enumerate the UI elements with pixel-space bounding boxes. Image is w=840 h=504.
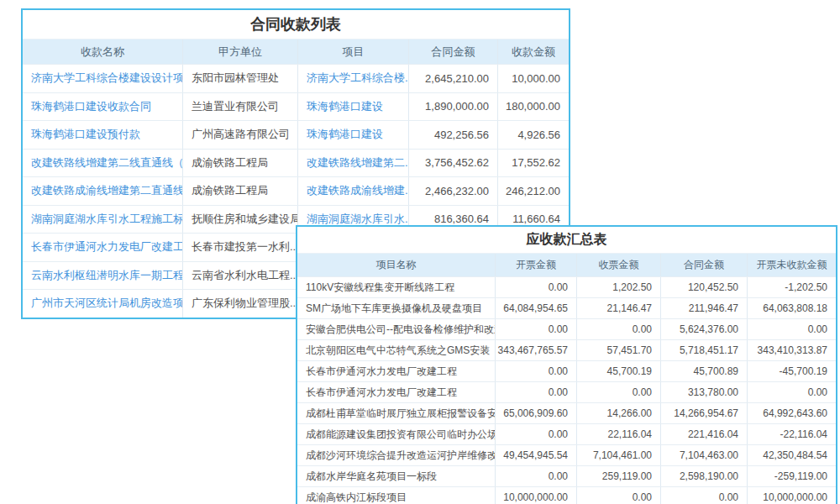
project-name-cell: 成都杜甫草堂临时展厅独立展柜报警设备安装... xyxy=(297,403,496,423)
invoiced-unpaid-amount-cell: -1,202.50 xyxy=(748,277,836,297)
table-row: 110kV安徽线程集变开断线路工程0.001,202.50120,452.50-… xyxy=(297,276,836,297)
contract-amount-cell: 2,598,190.00 xyxy=(661,466,748,486)
column-header-party: 甲方单位 xyxy=(183,39,298,64)
party-unit-cell: 兰迪置业有限公司 xyxy=(183,93,298,121)
contract-amount-cell: 2,645,210.00 xyxy=(409,65,498,92)
invoiced-unpaid-amount-cell: 0.00 xyxy=(748,319,836,339)
party-unit-cell: 广州高速路有限公司 xyxy=(183,121,298,149)
receipt-name-link[interactable]: 改建铁路成渝线增建第二直通线... xyxy=(23,177,183,205)
party-unit-cell: 成渝铁路工程局 xyxy=(183,150,298,177)
receivable-summary-table-panel: 应收款汇总表 项目名称 开票金额 收票金额 合同金额 开票未收款金额 110kV… xyxy=(296,225,837,504)
contract-amount-cell: 1,890,000.00 xyxy=(409,93,498,121)
invoiced-amount-cell: 0.00 xyxy=(496,319,577,339)
project-link[interactable]: 珠海鹤港口建设 xyxy=(298,121,409,149)
project-name-cell: 110kV安徽线程集变开断线路工程 xyxy=(297,277,496,297)
invoiced-amount-cell: 0.00 xyxy=(496,424,577,444)
column-header-receipt-name: 收款名称 xyxy=(23,39,183,64)
table-row: 改建铁路成渝线增建第二直通线...成渝铁路工程局改建铁路成渝线增建...2,46… xyxy=(23,176,569,205)
invoiced-amount-cell: 65,006,909.60 xyxy=(496,403,577,423)
received-invoice-amount-cell: 259,119.00 xyxy=(577,466,661,486)
project-name-cell: 长春市伊通河水力发电厂改建工程 xyxy=(297,361,496,381)
party-unit-cell: 成渝铁路工程局 xyxy=(183,177,298,205)
received-invoice-amount-cell: 22,116.04 xyxy=(577,424,661,444)
table-row: 改建铁路线增建第二线直通线（...成渝铁路工程局改建铁路线增建第二...3,75… xyxy=(23,149,569,177)
project-link[interactable]: 珠海鹤港口建设 xyxy=(298,93,409,121)
column-header-project-name: 项目名称 xyxy=(297,254,496,276)
project-name-cell: 长春市伊通河水力发电厂改建工程 xyxy=(297,382,496,402)
column-header-contract-amount: 合同金额 xyxy=(409,39,498,64)
project-name-cell: 安徽合肥供电公司--配电设备检修维护和改造 xyxy=(297,319,496,339)
receivable-table-body: 110kV安徽线程集变开断线路工程0.001,202.50120,452.50-… xyxy=(297,276,836,504)
received-amount-cell: 180,000.00 xyxy=(498,93,569,121)
column-header-received-amount: 收款金额 xyxy=(498,39,569,64)
receipt-name-link[interactable]: 广州市天河区统计局机房改造项... xyxy=(23,290,183,318)
received-invoice-amount-cell: 0.00 xyxy=(577,487,661,504)
project-link[interactable]: 改建铁路成渝线增建... xyxy=(298,177,409,205)
invoiced-amount-cell: 10,000,000.00 xyxy=(496,487,577,504)
received-invoice-amount-cell: 45,700.19 xyxy=(577,361,661,381)
invoiced-amount-cell: 0.00 xyxy=(496,382,577,402)
party-unit-cell: 东阳市园林管理处 xyxy=(183,65,298,92)
table-row: 成都能源建设集团投资有限公司临时办公场所...0.0022,116.04221,… xyxy=(297,423,836,444)
project-name-cell: 成都水岸华庭名苑项目一标段 xyxy=(297,466,496,486)
table-row: 珠海鹤港口建设预付款广州高速路有限公司珠海鹤港口建设492,256.564,92… xyxy=(23,120,569,149)
received-invoice-amount-cell: 0.00 xyxy=(577,382,661,402)
receipt-name-link[interactable]: 长春市伊通河水力发电厂改建工... xyxy=(23,234,183,261)
contract-amount-cell: 3,756,452.62 xyxy=(409,150,498,177)
contract-amount-cell: 221,416.04 xyxy=(661,424,748,444)
invoiced-unpaid-amount-cell: 10,000,000.00 xyxy=(748,487,836,504)
contract-table-header-row: 收款名称 甲方单位 项目 合同金额 收款金额 xyxy=(23,39,569,64)
received-invoice-amount-cell: 14,266.00 xyxy=(577,403,661,423)
received-amount-cell: 246,212.00 xyxy=(498,177,569,205)
column-header-invoiced-amount: 开票金额 xyxy=(496,254,577,276)
table-row: 北京朝阳区电气中芯特气系统之GMS安装343,467,765.5757,451.… xyxy=(297,339,836,360)
invoiced-unpaid-amount-cell: 64,063,808.18 xyxy=(748,298,836,318)
contract-amount-cell: 0.00 xyxy=(661,487,748,504)
contract-amount-cell: 2,466,232.00 xyxy=(409,177,498,205)
table-row: 济南大学工科综合楼建设设计项...东阳市园林管理处济南大学工科综合楼...2,6… xyxy=(23,64,569,92)
invoiced-amount-cell: 49,454,945.54 xyxy=(496,445,577,465)
column-header-project: 项目 xyxy=(298,39,409,64)
project-name-cell: 成都沙河环境综合提升改造运河护岸维修改造 xyxy=(297,445,496,465)
contract-amount-cell: 492,256.56 xyxy=(409,121,498,149)
invoiced-unpaid-amount-cell: -22,116.04 xyxy=(748,424,836,444)
table-row: 珠海鹤港口建设收款合同兰迪置业有限公司珠海鹤港口建设1,890,000.0018… xyxy=(23,92,569,121)
project-link[interactable]: 改建铁路线增建第二... xyxy=(298,150,409,177)
receipt-name-link[interactable]: 云南水利枢纽潜明水库一期工程... xyxy=(23,262,183,290)
contract-amount-cell: 45,700.89 xyxy=(661,361,748,381)
table-row: 安徽合肥供电公司--配电设备检修维护和改造0.000.005,624,376.0… xyxy=(297,318,836,339)
invoiced-unpaid-amount-cell: 42,350,484.54 xyxy=(748,445,836,465)
receipt-name-link[interactable]: 珠海鹤港口建设收款合同 xyxy=(23,93,183,121)
receivable-table-header-row: 项目名称 开票金额 收票金额 合同金额 开票未收款金额 xyxy=(297,254,836,276)
party-unit-cell: 抚顺住房和城乡建设局 xyxy=(183,206,298,234)
receipt-name-link[interactable]: 湖南洞庭湖水库引水工程施工标... xyxy=(23,206,183,234)
receipt-name-link[interactable]: 济南大学工科综合楼建设设计项... xyxy=(23,65,183,92)
table-row: 成渝高铁内江标段项目10,000,000.000.000.0010,000,00… xyxy=(297,486,836,504)
party-unit-cell: 长春市建投第一水利... xyxy=(183,234,298,261)
received-invoice-amount-cell: 7,104,461.00 xyxy=(577,445,661,465)
received-amount-cell: 17,552.62 xyxy=(498,150,569,177)
invoiced-unpaid-amount-cell: 64,992,643.60 xyxy=(748,403,836,423)
receipt-name-link[interactable]: 改建铁路线增建第二线直通线（... xyxy=(23,150,183,177)
received-amount-cell: 4,926.56 xyxy=(498,121,569,149)
invoiced-amount-cell: 343,467,765.57 xyxy=(496,340,577,360)
table-row: 长春市伊通河水力发电厂改建工程0.000.00313,780.000.00 xyxy=(297,381,836,402)
contract-amount-cell: 5,718,451.17 xyxy=(661,340,748,360)
column-header-contract-amount: 合同金额 xyxy=(661,254,748,276)
received-invoice-amount-cell: 21,146.47 xyxy=(577,298,661,318)
contract-amount-cell: 120,452.50 xyxy=(661,277,748,297)
table-row: 长春市伊通河水力发电厂改建工程0.0045,700.1945,700.89-45… xyxy=(297,360,836,381)
invoiced-amount-cell: 0.00 xyxy=(496,277,577,297)
table-row: 成都水岸华庭名苑项目一标段0.00259,119.002,598,190.00-… xyxy=(297,465,836,486)
project-link[interactable]: 济南大学工科综合楼... xyxy=(298,65,409,92)
table-row: 成都沙河环境综合提升改造运河护岸维修改造49,454,945.547,104,4… xyxy=(297,444,836,465)
invoiced-unpaid-amount-cell: -45,700.19 xyxy=(748,361,836,381)
party-unit-cell: 广东保利物业管理股... xyxy=(183,290,298,318)
invoiced-amount-cell: 0.00 xyxy=(496,466,577,486)
invoiced-amount-cell: 0.00 xyxy=(496,361,577,381)
contract-amount-cell: 313,780.00 xyxy=(661,382,748,402)
invoiced-unpaid-amount-cell: -259,119.00 xyxy=(748,466,836,486)
receipt-name-link[interactable]: 珠海鹤港口建设预付款 xyxy=(23,121,183,149)
invoiced-unpaid-amount-cell: 343,410,313.87 xyxy=(748,340,836,360)
invoiced-amount-cell: 64,084,954.65 xyxy=(496,298,577,318)
